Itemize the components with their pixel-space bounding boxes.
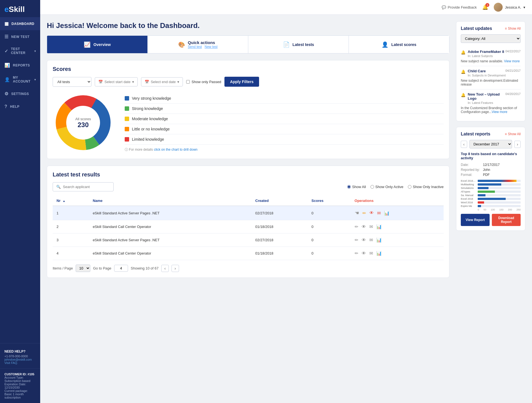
col-name[interactable]: Name	[89, 196, 252, 206]
radio-all-input[interactable]	[347, 185, 351, 189]
chart-icon[interactable]: 📊	[376, 224, 382, 229]
update-item-2: 🔔 Child Care 04/21/2017 In: Subjects in …	[461, 66, 521, 89]
email-icon[interactable]: ✉	[369, 224, 373, 229]
edit-icon[interactable]: ✏	[355, 237, 358, 243]
view-icon[interactable]: 👁	[362, 251, 366, 256]
results-title: Latest test results	[53, 171, 444, 178]
edit-icon[interactable]: ✏	[355, 251, 358, 256]
cell-operations: ☚ ✏ 👁 ✉ 📊	[351, 206, 444, 220]
quick-actions-label: Quick actions	[188, 40, 218, 45]
prev-page-button[interactable]: ‹	[161, 265, 169, 272]
send-test-link[interactable]: Send test	[188, 45, 202, 49]
next-page-button[interactable]: ›	[172, 265, 179, 272]
email-icon[interactable]: ✉	[369, 237, 373, 243]
col-created[interactable]: Created	[251, 196, 308, 206]
new-test-link[interactable]: New test	[205, 45, 218, 49]
chart-note: ⓘ For more details click on the chart to…	[125, 147, 444, 152]
sidebar-item-label: MY ACCOUNT	[13, 76, 32, 83]
filter-passed-checkbox[interactable]: Show only Passed	[186, 80, 221, 84]
email-icon[interactable]: ✉	[377, 211, 381, 216]
sidebar-item-test-center[interactable]: ✓ TEST CENTER ▾	[0, 43, 40, 59]
donut-chart[interactable]: All scores 230	[53, 92, 114, 153]
tab-latest-tests[interactable]: 📄 Latest tests	[248, 35, 349, 53]
sidebar-item-new-test[interactable]: ☰ NEW TEST	[0, 30, 40, 43]
cell-created: 01/18/2018	[251, 247, 308, 260]
sidebar-item-label: HELP	[10, 105, 19, 109]
filter-start-date[interactable]: 📅 Select start date ▾	[95, 77, 138, 86]
test-center-icon: ✓	[4, 48, 8, 54]
updates-show-all[interactable]: ≡ Show All	[505, 27, 521, 30]
download-report-button[interactable]: Download Report	[492, 214, 521, 226]
donut-center-text: All scores 230	[75, 117, 91, 129]
month-select[interactable]: December 2017	[469, 140, 512, 148]
sidebar-help-email[interactable]: johndoe@eskill.com	[4, 358, 36, 361]
radio-show-all[interactable]: Show All	[347, 185, 366, 189]
sidebar-item-settings[interactable]: ⚙ SETTINGS	[0, 87, 40, 100]
view-icon[interactable]: 👁	[362, 238, 366, 243]
mini-bar-row: Expire Me	[461, 205, 521, 207]
view-icon[interactable]: 👁	[362, 224, 366, 229]
chart-icon[interactable]: 📊	[376, 251, 382, 256]
sidebar-item-reports[interactable]: 📊 REPORTS	[0, 59, 40, 72]
sidebar-nav: ▦ DASHBOARD ☰ NEW TEST ✓ TEST CENTER ▾ 📊…	[0, 17, 40, 341]
results-header: 🔍 Show All Show Only Active	[53, 182, 444, 191]
radio-show-inactive[interactable]: Show Only Inactive	[408, 185, 444, 189]
category-select[interactable]: Category: All	[461, 34, 521, 43]
reports-show-all[interactable]: ≡ Show All	[505, 132, 521, 136]
passed-checkbox-input[interactable]	[186, 80, 190, 84]
chart-icon[interactable]: 📊	[384, 211, 390, 216]
col-operations: Operations	[351, 196, 444, 206]
view-report-button[interactable]: View Report	[461, 214, 490, 226]
sidebar-item-my-account[interactable]: 👤 MY ACCOUNT ▾	[0, 72, 40, 87]
items-per-page-select[interactable]: 10 25 50	[76, 265, 90, 272]
scores-chart-area: All scores 230 Very strong knowledge	[53, 92, 444, 153]
tab-latest-scores[interactable]: 👤 Latest scores	[349, 35, 449, 53]
notification-bell[interactable]: 🔔 1	[482, 4, 488, 10]
tab-quick-actions[interactable]: 🎨 Quick actions Send test New test	[147, 35, 248, 53]
filter-end-date[interactable]: 📅 Select end date ▾	[141, 77, 183, 86]
scores-filters: All tests 📅 Select start date ▾ 📅 Select…	[53, 77, 444, 87]
email-icon[interactable]: ✉	[369, 251, 373, 256]
view-icon[interactable]: 👁	[369, 211, 374, 215]
goto-page-input[interactable]	[114, 265, 128, 272]
report-actions: View Report Download Report	[461, 214, 521, 226]
apply-filters-button[interactable]: Apply Filters	[224, 77, 259, 87]
table-header: Nr ▲ Name Created Scores Operations	[53, 196, 444, 206]
sidebar-help-faq[interactable]: Visit FAQ.	[4, 361, 36, 365]
radio-inactive-input[interactable]	[408, 185, 411, 189]
tab-overview[interactable]: 📈 Overview	[47, 35, 147, 53]
radio-show-active[interactable]: Show Only Active	[370, 185, 403, 189]
prev-month-button[interactable]: ‹	[461, 141, 467, 148]
update-title-2: Child Care	[468, 69, 505, 73]
edit-icon[interactable]: ✏	[355, 224, 358, 229]
next-month-button[interactable]: ›	[514, 141, 521, 148]
cell-name: eSkill Standard Active Server Pages .NET	[89, 206, 252, 220]
user-menu[interactable]: Jessica A. ▾	[494, 3, 525, 12]
filter-all-tests-select[interactable]: All tests	[53, 77, 91, 87]
cell-operations: ✏ 👁 ✉ 📊	[351, 220, 444, 233]
col-nr[interactable]: Nr ▲	[53, 196, 89, 206]
view-more-link-1[interactable]: View more	[504, 59, 520, 63]
drill-down-link[interactable]: click on the chart to drill down	[154, 148, 197, 152]
chart-icon[interactable]: 📊	[376, 237, 382, 243]
search-input[interactable]	[63, 185, 110, 189]
latest-updates-panel: Latest updates ≡ Show All Category: All	[456, 21, 525, 121]
hand-icon[interactable]: ☚	[355, 210, 359, 216]
package-label: Current package:	[4, 389, 28, 392]
sidebar-item-dashboard[interactable]: ▦ DASHBOARD	[0, 17, 40, 30]
update-item-3: 🔔 New Tool – Upload Logo 04/20/2017 In: …	[461, 89, 521, 117]
feedback-button[interactable]: 💬 Provide Feedback	[442, 5, 477, 9]
sidebar-item-help[interactable]: ? HELP	[0, 100, 40, 113]
table-row: 2 eSkill Standard Call Center Operator 0…	[53, 220, 444, 233]
content-area: Hi Jessica! Welcome back to the Dashboar…	[40, 15, 532, 403]
cell-name: eSkill Standard Call Center Operator	[89, 220, 252, 233]
view-more-link-3[interactable]: View more	[492, 110, 507, 114]
radio-active-input[interactable]	[370, 185, 374, 189]
account-type-value: Subscription based	[4, 379, 36, 383]
search-box[interactable]: 🔍	[53, 182, 114, 191]
reports-panel-title: Latest reports	[461, 132, 490, 137]
mini-bar-row: Excel 2016	[461, 197, 521, 200]
col-scores[interactable]: Scores	[308, 196, 351, 206]
edit-icon[interactable]: ✏	[362, 211, 366, 216]
account-type-label: Account Type:	[4, 376, 24, 379]
